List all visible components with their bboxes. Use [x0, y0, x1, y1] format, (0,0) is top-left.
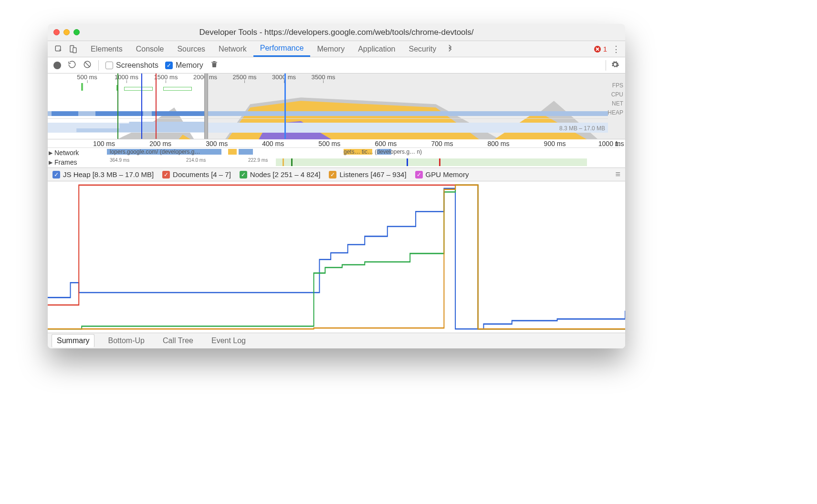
frame-time: 364.9 ms: [110, 158, 129, 163]
tab-performance[interactable]: Performance: [253, 41, 311, 57]
legend-nodes[interactable]: Nodes [2 251 – 4 824]: [240, 170, 321, 178]
window-zoom-button[interactable]: [73, 29, 80, 35]
legend-label: Nodes [2 251 – 4 824]: [250, 170, 321, 178]
record-button[interactable]: [53, 62, 61, 69]
tab-security[interactable]: Security: [402, 41, 443, 57]
detail-ruler: 100 ms200 ms300 ms400 ms500 ms600 ms700 …: [48, 139, 620, 148]
overview-tick: 1500 ms: [154, 74, 178, 81]
device-toolbar-icon[interactable]: [69, 45, 77, 53]
memory-series-line: [48, 185, 625, 329]
window-titlebar: Developer Tools - https://developers.goo…: [48, 24, 625, 41]
overview-tick: 2500 ms: [233, 74, 257, 81]
inspect-element-icon[interactable]: [54, 45, 63, 53]
tab-application[interactable]: Application: [351, 41, 402, 57]
tab-event-log[interactable]: Event Log: [207, 335, 251, 347]
memory-toggle[interactable]: ✓ Memory: [165, 61, 203, 70]
more-tabs-icon[interactable]: [446, 45, 454, 53]
memory-series-line: [48, 185, 625, 329]
tab-console[interactable]: Console: [129, 41, 171, 57]
legend-js-heap[interactable]: JS Heap [8.3 MB – 17.0 MB]: [52, 170, 154, 178]
overview-marker-blue: [141, 74, 142, 139]
frame-marker: [439, 158, 440, 166]
frame-marker: [291, 158, 293, 166]
net-label: NET: [608, 100, 623, 107]
overview-marker-red: [156, 74, 157, 139]
window-close-button[interactable]: [53, 29, 60, 35]
capture-settings-icon[interactable]: [611, 60, 619, 71]
fps-row: [48, 82, 608, 91]
overview-pane[interactable]: 500 ms1000 ms1500 ms2000 ms2500 ms3000 m…: [48, 74, 625, 139]
btab-label: Call Tree: [163, 336, 193, 345]
detail-tick: 800 ms: [488, 140, 510, 147]
legend-label: GPU Memory: [426, 170, 469, 178]
network-track-label: Network: [54, 149, 79, 157]
details-tabs: Summary Bottom-Up Call Tree Event Log: [48, 333, 625, 348]
memory-series-line: [48, 185, 625, 329]
error-count: 1: [603, 45, 607, 53]
svg-rect-2: [73, 48, 76, 53]
memory-label: Memory: [176, 61, 203, 70]
tab-label: Performance: [260, 44, 304, 52]
tab-label: Application: [358, 45, 395, 53]
memory-chart[interactable]: [48, 181, 625, 333]
detail-tick: 600 ms: [375, 140, 397, 147]
clear-button[interactable]: [83, 60, 92, 71]
customize-devtools-icon[interactable]: ⋮: [612, 44, 620, 54]
frame-marker: [283, 158, 284, 166]
overview-marker-green: [117, 74, 118, 139]
tab-network[interactable]: Network: [212, 41, 253, 57]
detail-tick: 900 ms: [544, 140, 566, 147]
checkbox-checked-icon: ✓: [165, 62, 173, 69]
detail-tick: 400 ms: [262, 140, 284, 147]
screenshots-toggle[interactable]: Screenshots: [105, 61, 158, 70]
tab-label: Network: [219, 45, 247, 53]
network-track-header[interactable]: ▶Network lopers.google.com/ (developers.…: [48, 148, 620, 158]
tab-sources[interactable]: Sources: [170, 41, 212, 57]
btab-label: Bottom-Up: [108, 336, 144, 345]
net-row: [48, 110, 608, 117]
tab-call-tree[interactable]: Call Tree: [158, 335, 198, 347]
tab-bottom-up[interactable]: Bottom-Up: [103, 335, 149, 347]
network-truncated-text-2: gets… tic… (developers.g… n): [344, 148, 422, 155]
tab-label: Elements: [91, 45, 123, 53]
tab-summary[interactable]: Summary: [52, 334, 94, 347]
detail-tick: 200 ms: [149, 140, 171, 147]
devtools-panels-tabbar: Elements Console Sources Network Perform…: [48, 41, 625, 57]
tab-elements[interactable]: Elements: [84, 41, 129, 57]
detail-tick: 100 ms: [93, 140, 115, 147]
legend-label: Listeners [467 – 934]: [339, 170, 406, 178]
tab-label: Memory: [317, 45, 345, 53]
legend-documents[interactable]: Documents [4 – 7]: [162, 170, 231, 178]
legend-label: JS Heap [8.3 MB – 17.0 MB]: [63, 170, 154, 178]
flamechart-header[interactable]: 100 ms200 ms300 ms400 ms500 ms600 ms700 …: [48, 139, 625, 168]
overview-playhead[interactable]: [284, 74, 286, 139]
legend-gpu-memory[interactable]: GPU Memory: [415, 170, 469, 178]
fps-label: FPS: [608, 82, 623, 89]
tab-memory[interactable]: Memory: [310, 41, 351, 57]
cpu-row: [48, 91, 608, 109]
overview-tick: 500 ms: [77, 74, 97, 81]
memory-legend: JS Heap [8.3 MB – 17.0 MB] Documents [4 …: [48, 168, 625, 181]
devtools-window: Developer Tools - https://developers.goo…: [48, 24, 625, 348]
overview-range-handle[interactable]: [204, 74, 208, 139]
overview-tick: 3500 ms: [312, 74, 335, 81]
window-minimize-button[interactable]: [63, 29, 70, 35]
reload-record-button[interactable]: [68, 60, 76, 71]
frames-good-region: [276, 158, 587, 166]
error-count-badge[interactable]: 1: [594, 45, 607, 53]
traffic-lights: [53, 29, 80, 35]
memory-series-line: [48, 185, 625, 329]
overview-ruler: 500 ms1000 ms1500 ms2000 ms2500 ms3000 m…: [48, 74, 608, 81]
divider: [98, 60, 99, 71]
btab-label: Event Log: [211, 336, 246, 345]
garbage-collect-button[interactable]: [210, 60, 219, 71]
heap-label: HEAP: [608, 109, 623, 116]
legend-label: Documents [4 – 7]: [173, 170, 231, 178]
frame-time: 222.9 ms: [248, 158, 268, 163]
detail-tick: 700 ms: [431, 140, 453, 147]
screenshots-label: Screenshots: [116, 61, 158, 70]
legend-menu-icon[interactable]: ≡: [615, 169, 620, 179]
performance-toolbar: Screenshots ✓ Memory: [48, 57, 625, 74]
legend-listeners[interactable]: Listeners [467 – 934]: [329, 170, 406, 178]
tab-label: Sources: [177, 45, 205, 53]
